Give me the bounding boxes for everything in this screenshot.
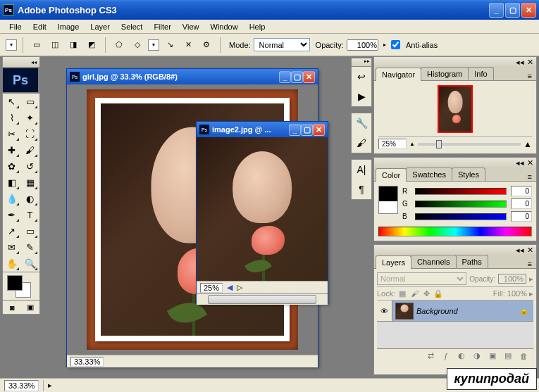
selection-intersect-icon[interactable]: ◩: [84, 37, 99, 53]
g-slider[interactable]: [415, 201, 507, 208]
visibility-eye-icon[interactable]: 👁: [377, 301, 392, 321]
r-slider[interactable]: [415, 188, 507, 195]
lasso-shape-icon[interactable]: ⬠: [111, 37, 127, 53]
menu-file[interactable]: File: [4, 21, 27, 32]
arrow-left-icon[interactable]: ◀: [227, 283, 233, 292]
doc2-scrollbar[interactable]: [197, 293, 328, 305]
adjustment-layer-icon[interactable]: ◑: [471, 350, 483, 362]
navigator-zoom-slider[interactable]: [418, 143, 521, 146]
actions-icon[interactable]: ▶: [352, 87, 371, 106]
panel-close-icon[interactable]: ✕: [527, 58, 533, 67]
heal-tool[interactable]: ✚: [3, 142, 20, 158]
doc2-zoom[interactable]: 25%: [200, 283, 223, 293]
maximize-button[interactable]: ▢: [505, 3, 520, 18]
layer-mask-icon[interactable]: ◐: [456, 350, 467, 362]
dodge-tool[interactable]: ◐: [21, 191, 39, 207]
brushes-icon[interactable]: 🖌: [352, 133, 371, 153]
lasso-tool[interactable]: ⌇: [3, 110, 20, 126]
paragraph-icon[interactable]: ¶: [352, 179, 371, 199]
tool-preset-picker[interactable]: ▾: [6, 39, 17, 51]
eyedropper-tool[interactable]: ✎: [21, 239, 39, 255]
toolbox-header[interactable]: ◂◂: [2, 56, 40, 68]
mode-select[interactable]: Normal: [254, 38, 310, 51]
tab-channels[interactable]: Channels: [411, 255, 456, 268]
doc2-maximize-button[interactable]: ▢: [301, 124, 313, 136]
b-value[interactable]: 0: [511, 211, 532, 222]
zoom-out-icon[interactable]: ▲: [409, 141, 415, 147]
notes-tool[interactable]: ✉: [3, 239, 20, 255]
pen-tool[interactable]: ✒: [3, 207, 20, 223]
doc2-titlebar[interactable]: Ps image2.jpg @ ... _ ▢ ✕: [197, 122, 328, 137]
hand-tool[interactable]: ✋: [3, 255, 20, 272]
quickmask-toggle[interactable]: ◙: [3, 301, 21, 314]
panel-menu-icon[interactable]: ≡: [525, 260, 535, 268]
fill-arrow-icon[interactable]: ▸: [529, 289, 533, 298]
gradient-tool[interactable]: ▦: [21, 175, 39, 191]
opacity-input[interactable]: [347, 39, 378, 51]
opacity-arrow-icon[interactable]: ▸: [381, 42, 388, 48]
tab-histogram[interactable]: Histogram: [421, 67, 469, 80]
doc1-maximize-button[interactable]: ▢: [291, 71, 303, 83]
history-icon[interactable]: ↩: [352, 67, 371, 87]
status-arrow-icon[interactable]: ▸: [48, 381, 52, 390]
brush-tool[interactable]: 🖌: [21, 142, 39, 158]
wand-tool[interactable]: ✦: [21, 110, 39, 126]
lock-all-icon[interactable]: 🔒: [433, 289, 443, 298]
menu-view[interactable]: View: [177, 21, 205, 32]
antialias-checkbox[interactable]: [391, 40, 400, 49]
panel-menu-icon[interactable]: ≡: [525, 72, 535, 80]
layer-group-icon[interactable]: ▣: [487, 350, 498, 362]
tool-presets-icon[interactable]: 🔧: [352, 113, 371, 133]
selection-new-icon[interactable]: ▭: [29, 37, 44, 53]
marquee-tool[interactable]: ▭: [21, 94, 39, 110]
lasso-poly-icon[interactable]: ◇: [130, 37, 145, 53]
layer-name[interactable]: Background: [416, 307, 519, 315]
arrow-option-icon[interactable]: ↘: [162, 37, 178, 53]
menu-select[interactable]: Select: [116, 21, 149, 32]
close-button[interactable]: ✕: [521, 3, 536, 18]
doc2-close-button[interactable]: ✕: [313, 124, 325, 136]
panel-collapse-icon[interactable]: ◂◂: [516, 246, 524, 255]
tab-paths[interactable]: Paths: [456, 255, 488, 268]
shape-picker[interactable]: ▾: [148, 39, 159, 51]
panel-menu-icon[interactable]: ≡: [525, 172, 535, 181]
doc2-minimize-button[interactable]: _: [289, 124, 301, 136]
minimize-button[interactable]: _: [489, 3, 504, 18]
color-panel-swatches[interactable]: [378, 186, 398, 214]
tab-styles[interactable]: Styles: [452, 167, 485, 181]
menu-filter[interactable]: Filter: [148, 21, 176, 32]
blend-mode-select[interactable]: Normal: [377, 272, 466, 285]
layer-row-background[interactable]: 👁 Background 🔒: [377, 301, 533, 322]
r-value[interactable]: 0: [511, 186, 532, 196]
color-ramp[interactable]: [378, 227, 532, 236]
shape-tool[interactable]: ▭: [21, 223, 39, 239]
layer-thumbnail[interactable]: [395, 303, 414, 320]
lock-transparency-icon[interactable]: ▦: [397, 289, 407, 298]
doc1-zoom[interactable]: 33.33%: [70, 357, 104, 367]
link-layers-icon[interactable]: ⇄: [425, 350, 436, 362]
doc2-canvas[interactable]: [197, 137, 328, 281]
stamp-tool[interactable]: ✿: [3, 158, 20, 175]
menu-edit[interactable]: Edit: [27, 21, 52, 32]
tab-color[interactable]: Color: [376, 168, 407, 182]
menu-layer[interactable]: Layer: [85, 21, 116, 32]
lock-pixels-icon[interactable]: 🖌: [409, 289, 419, 298]
panel-close-icon[interactable]: ✕: [527, 246, 533, 255]
fill-value[interactable]: 100%: [507, 289, 527, 298]
tab-navigator[interactable]: Navigator: [376, 68, 421, 81]
tab-layers[interactable]: Layers: [376, 255, 411, 269]
path-tool[interactable]: ↗: [3, 223, 20, 239]
layer-fx-icon[interactable]: ƒ: [440, 350, 452, 362]
lock-position-icon[interactable]: ✥: [421, 289, 431, 298]
g-value[interactable]: 0: [511, 198, 532, 209]
doc1-titlebar[interactable]: Ps girl.jpg @ 33.3% (RGB/8#) _ ▢ ✕: [67, 69, 318, 84]
navigator-zoom[interactable]: 25%: [378, 139, 407, 149]
character-icon[interactable]: A|: [352, 160, 371, 179]
panel-collapse-icon[interactable]: ◂◂: [516, 158, 524, 167]
new-layer-icon[interactable]: ▤: [502, 350, 514, 362]
panel-collapse-icon[interactable]: ◂◂: [516, 58, 524, 67]
doc1-close-button[interactable]: ✕: [303, 71, 315, 83]
document-window-image2[interactable]: Ps image2.jpg @ ... _ ▢ ✕ 25% ◀ ▷: [196, 121, 328, 304]
slice-tool[interactable]: ⛶: [21, 126, 39, 142]
gear-option-icon[interactable]: ⚙: [199, 37, 214, 53]
